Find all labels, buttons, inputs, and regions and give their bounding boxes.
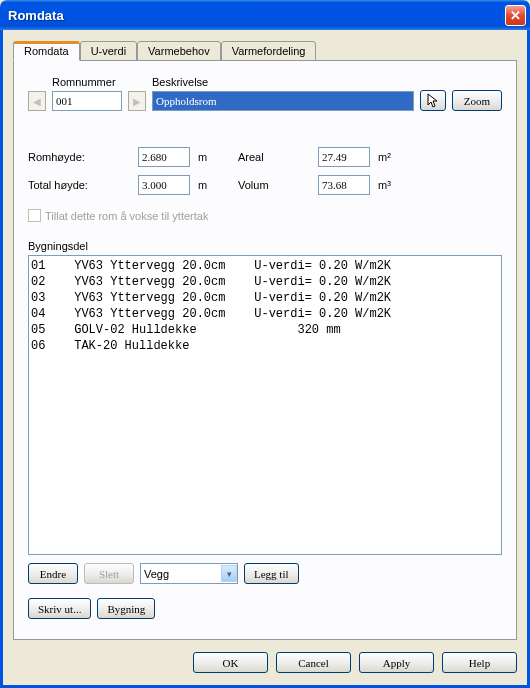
- volum-input[interactable]: [318, 175, 370, 195]
- beskrivelse-label: Beskrivelse: [152, 76, 414, 88]
- romhoyde-label: Romhøyde:: [28, 151, 138, 163]
- areal-unit: m²: [378, 151, 408, 163]
- help-button[interactable]: Help: [442, 652, 517, 673]
- list-item[interactable]: 02 YV63 Yttervegg 20.0cm U-verdi= 0.20 W…: [31, 275, 391, 289]
- titlebar: Romdata ✕: [0, 0, 530, 30]
- pick-button[interactable]: [420, 90, 446, 111]
- window-body: Romdata U-verdi Varmebehov Varmefordelin…: [0, 30, 530, 688]
- close-button[interactable]: ✕: [505, 5, 526, 26]
- tab-uverdi[interactable]: U-verdi: [80, 41, 137, 61]
- totalhoyde-input[interactable]: [138, 175, 190, 195]
- romhoyde-input[interactable]: [138, 147, 190, 167]
- tab-varmebehov[interactable]: Varmebehov: [137, 41, 221, 61]
- zoom-wrap: Zoom: [452, 75, 502, 111]
- beskrivelse-input[interactable]: [152, 91, 414, 111]
- ok-button[interactable]: OK: [193, 652, 268, 673]
- list-item[interactable]: 04 YV63 Yttervegg 20.0cm U-verdi= 0.20 W…: [31, 307, 391, 321]
- tab-varmefordeling[interactable]: Varmefordeling: [221, 41, 317, 61]
- romnummer-input[interactable]: [52, 91, 122, 111]
- prev-button-wrap: ◀: [28, 76, 46, 111]
- romhoyde-unit: m: [198, 151, 238, 163]
- slett-button[interactable]: Slett: [84, 563, 134, 584]
- list-item[interactable]: 05 GOLV-02 Hulldekke 320 mm: [31, 323, 341, 337]
- list-label: Bygningsdel: [28, 240, 502, 252]
- spacer2: [128, 76, 146, 88]
- endre-button[interactable]: Endre: [28, 563, 78, 584]
- dropdown-value: Vegg: [144, 568, 169, 580]
- list-item[interactable]: 06 TAK-20 Hulldekke: [31, 339, 189, 353]
- areal-label: Areal: [238, 151, 318, 163]
- checkbox-row: Tillat dette rom å vokse til yttertak: [28, 209, 502, 222]
- footer-buttons: OK Cancel Apply Help: [13, 652, 517, 673]
- volum-unit: m³: [378, 179, 408, 191]
- type-dropdown[interactable]: Vegg ▾: [140, 563, 238, 584]
- prev-button[interactable]: ◀: [28, 91, 46, 111]
- cancel-button[interactable]: Cancel: [276, 652, 351, 673]
- tab-panel: ◀ Romnummer ▶ Beskrivelse: [13, 60, 517, 640]
- pick-wrap: [420, 75, 446, 111]
- window-title: Romdata: [8, 8, 505, 23]
- chevron-down-icon: ▾: [221, 565, 237, 582]
- next-button-wrap: ▶: [128, 76, 146, 111]
- zoom-button[interactable]: Zoom: [452, 90, 502, 111]
- spacer: [28, 76, 46, 88]
- spacer3: [420, 75, 446, 87]
- yttertak-checkbox[interactable]: [28, 209, 41, 222]
- areal-input[interactable]: [318, 147, 370, 167]
- tab-bar: Romdata U-verdi Varmebehov Varmefordelin…: [13, 40, 517, 60]
- bygning-button[interactable]: Bygning: [97, 598, 155, 619]
- totalhoyde-unit: m: [198, 179, 238, 191]
- cursor-icon: [425, 93, 441, 109]
- spacer4: [452, 75, 502, 87]
- leggtil-button[interactable]: Legg til: [244, 563, 299, 584]
- yttertak-label: Tillat dette rom å vokse til yttertak: [45, 210, 208, 222]
- list-item[interactable]: 01 YV63 Yttervegg 20.0cm U-verdi= 0.20 W…: [31, 259, 391, 273]
- next-button[interactable]: ▶: [128, 91, 146, 111]
- apply-button[interactable]: Apply: [359, 652, 434, 673]
- tab-romdata[interactable]: Romdata: [13, 41, 80, 61]
- skrivut-button[interactable]: Skriv ut...: [28, 598, 91, 619]
- romnummer-label: Romnummer: [52, 76, 122, 88]
- volum-label: Volum: [238, 179, 318, 191]
- bygningsdel-listbox[interactable]: 01 YV63 Yttervegg 20.0cm U-verdi= 0.20 W…: [28, 255, 502, 555]
- totalhoyde-label: Total høyde:: [28, 179, 138, 191]
- list-item[interactable]: 03 YV63 Yttervegg 20.0cm U-verdi= 0.20 W…: [31, 291, 391, 305]
